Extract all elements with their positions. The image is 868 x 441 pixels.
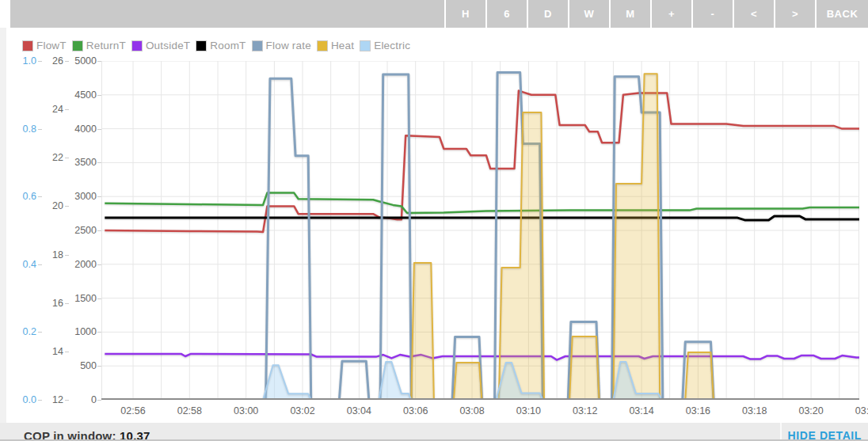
y-tick-label-temperature: 16 bbox=[41, 297, 63, 310]
toolbar-spacer bbox=[10, 0, 444, 28]
x-tick-label: 03:06 bbox=[392, 405, 440, 416]
y-tick-mark bbox=[38, 332, 42, 333]
plot-area[interactable] bbox=[101, 61, 859, 400]
y-tick-label-temperature: 14 bbox=[41, 345, 63, 358]
toolbar-button-m[interactable]: M bbox=[609, 0, 650, 28]
toolbar-button-d[interactable]: D bbox=[527, 0, 568, 28]
toolbar-button-back[interactable]: BACK bbox=[815, 0, 868, 28]
plot-svg[interactable] bbox=[101, 61, 859, 400]
legend-swatch bbox=[252, 40, 263, 51]
legend-label: OutsideT bbox=[146, 40, 190, 51]
legend: FlowTReturnTOutsideTRoomTFlow rateHeatEl… bbox=[22, 40, 416, 51]
legend-item-roomt[interactable]: RoomT bbox=[196, 40, 246, 51]
x-tick-label: 02:58 bbox=[166, 405, 213, 416]
bottom-bar-divider bbox=[780, 423, 782, 441]
y-tick-mark bbox=[97, 196, 101, 197]
y-tick-mark bbox=[97, 298, 101, 299]
legend-swatch bbox=[317, 40, 328, 51]
chart-card: FlowTReturnTOutsideTRoomTFlow rateHeatEl… bbox=[6, 28, 868, 421]
app-root: { "toolbar": { "buttons": ["H","6","D","… bbox=[0, 0, 868, 441]
y-tick-label-cop: 0.4 bbox=[8, 258, 36, 271]
toolbar-button-w[interactable]: W bbox=[568, 0, 609, 28]
y-tick-mark bbox=[97, 332, 101, 333]
legend-label: ReturnT bbox=[86, 40, 126, 51]
y-tick-mark bbox=[97, 129, 101, 130]
x-tick-label: 03:02 bbox=[279, 405, 326, 416]
legend-swatch bbox=[22, 40, 33, 51]
y-tick-mark bbox=[65, 255, 69, 256]
toolbar-button-<[interactable]: < bbox=[733, 0, 774, 28]
legend-item-electric[interactable]: Electric bbox=[360, 40, 410, 51]
legend-item-flow-rate[interactable]: Flow rate bbox=[252, 40, 311, 51]
x-tick-label: 03:10 bbox=[504, 405, 552, 416]
y-tick-label-cop: 0.2 bbox=[8, 325, 36, 338]
x-tick-label: 03:16 bbox=[674, 405, 721, 416]
y-tick-label-temperature: 24 bbox=[41, 103, 63, 116]
y-tick-label-power: 5000 bbox=[67, 55, 97, 67]
legend-label: FlowT bbox=[36, 40, 67, 51]
y-tick-mark bbox=[38, 264, 42, 265]
x-tick-label: 03:00 bbox=[223, 405, 270, 416]
y-tick-label-power: 1500 bbox=[67, 292, 97, 305]
legend-item-flowt[interactable]: FlowT bbox=[22, 40, 67, 51]
legend-label: Electric bbox=[374, 40, 410, 51]
y-tick-mark bbox=[38, 129, 42, 130]
legend-item-returnt[interactable]: ReturnT bbox=[72, 40, 126, 51]
y-tick-label-cop: 1.0 bbox=[8, 55, 36, 67]
y-tick-label-cop: 0.0 bbox=[8, 393, 36, 406]
y-tick-mark bbox=[65, 206, 69, 207]
toolbar-button-+[interactable]: + bbox=[650, 0, 691, 28]
y-tick-mark bbox=[65, 352, 69, 352]
y-tick-label-temperature: 26 bbox=[41, 55, 63, 67]
legend-swatch bbox=[360, 40, 371, 51]
y-tick-label-cop: 0.8 bbox=[8, 123, 36, 135]
x-tick-label: 03:04 bbox=[335, 405, 383, 416]
y-tick-label-power: 0 bbox=[67, 393, 97, 406]
legend-swatch bbox=[196, 40, 207, 51]
y-tick-label-power: 3500 bbox=[67, 156, 97, 169]
y-tick-mark bbox=[97, 366, 101, 367]
y-tick-label-temperature: 20 bbox=[41, 200, 63, 212]
y-tick-label-cop: 0.6 bbox=[8, 190, 36, 203]
x-tick-label: 02:56 bbox=[109, 405, 157, 416]
bottom-bar: COP in window: 10.37 HIDE DETAIL bbox=[0, 423, 868, 441]
legend-label: Flow rate bbox=[266, 40, 311, 51]
y-tick-label-power: 4000 bbox=[67, 123, 97, 135]
toolbar-button->[interactable]: > bbox=[774, 0, 815, 28]
y-tick-label-power: 4500 bbox=[67, 89, 97, 101]
y-tick-label-power: 2500 bbox=[67, 224, 97, 237]
y-tick-label-temperature: 12 bbox=[41, 393, 63, 406]
legend-swatch bbox=[72, 40, 83, 51]
y-tick-label-temperature: 22 bbox=[41, 151, 63, 164]
legend-item-outsidet[interactable]: OutsideT bbox=[131, 40, 190, 51]
y-tick-mark bbox=[38, 196, 42, 197]
y-tick-label-power: 2000 bbox=[67, 258, 97, 271]
legend-label: RoomT bbox=[210, 40, 246, 51]
toolbar: H6DWM+-<>BACK bbox=[10, 0, 868, 28]
y-tick-mark bbox=[65, 109, 69, 110]
y-tick-mark bbox=[97, 61, 101, 62]
toolbar-button-6[interactable]: 6 bbox=[485, 0, 527, 28]
y-tick-mark bbox=[97, 95, 101, 96]
legend-label: Heat bbox=[331, 40, 354, 51]
legend-item-heat[interactable]: Heat bbox=[317, 40, 354, 51]
y-tick-mark bbox=[97, 264, 101, 265]
legend-swatch bbox=[131, 40, 143, 51]
y-tick-label-power: 3000 bbox=[67, 190, 97, 203]
x-tick-label: 03:14 bbox=[618, 405, 665, 416]
x-tick-label: 03:12 bbox=[562, 405, 609, 416]
left-gutter bbox=[0, 28, 6, 441]
y-tick-label-temperature: 18 bbox=[41, 249, 63, 261]
toolbar-button-h[interactable]: H bbox=[444, 0, 485, 28]
y-tick-mark bbox=[97, 230, 101, 231]
y-tick-mark bbox=[97, 162, 101, 163]
y-tick-mark bbox=[97, 400, 101, 401]
toolbar-button--[interactable]: - bbox=[691, 0, 733, 28]
x-tick-label: 03:18 bbox=[731, 405, 779, 416]
y-tick-label-power: 1000 bbox=[67, 325, 97, 338]
x-tick-label: 03:08 bbox=[448, 405, 496, 416]
x-tick-label: 03:20 bbox=[787, 405, 835, 416]
x-tick-label: 03:22 bbox=[843, 405, 868, 416]
y-tick-label-power: 500 bbox=[67, 359, 97, 372]
